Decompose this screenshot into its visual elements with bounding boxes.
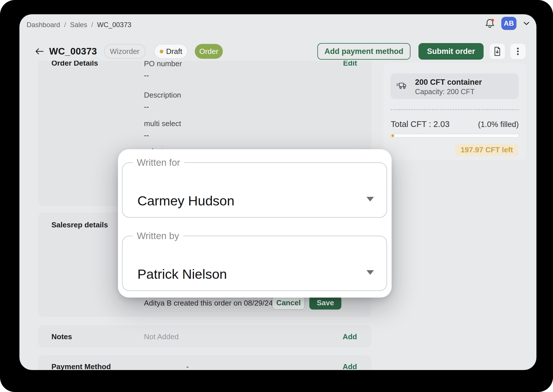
- container-title: 200 CFT container: [415, 78, 482, 87]
- breadcrumb-current: WC_00373: [97, 21, 131, 29]
- more-actions-button[interactable]: [510, 43, 526, 59]
- back-button[interactable]: [35, 47, 44, 56]
- container-card: 200 CFT container Capacity: 200 CFT: [390, 73, 519, 99]
- add-payment-method-button[interactable]: Add payment method: [317, 43, 410, 60]
- payment-method-card: Payment Method - Add: [38, 355, 371, 370]
- cancel-button[interactable]: Cancel: [272, 296, 305, 310]
- dashed-divider: [390, 109, 519, 110]
- written-for-select[interactable]: Written for Carmey Hudson: [122, 157, 387, 218]
- account-menu-button[interactable]: [522, 19, 531, 28]
- caret-down-icon: [366, 270, 374, 275]
- status-badge-draft: Draft: [154, 44, 188, 59]
- written-for-label: Written for: [133, 157, 184, 168]
- filled-percent-label: (1.0% filled): [478, 120, 519, 129]
- field-label-multi-select: multi select: [144, 119, 181, 128]
- field-value-po-number: --: [144, 71, 149, 80]
- submit-order-button[interactable]: Submit order: [418, 43, 484, 60]
- save-button[interactable]: Save: [309, 296, 341, 310]
- field-value-multi-select: --: [144, 131, 149, 140]
- written-by-value: Patrick Nielson: [137, 266, 227, 282]
- written-for-value: Carmey Hudson: [137, 193, 235, 209]
- breadcrumb-sales[interactable]: Sales: [70, 21, 87, 29]
- add-notes-link[interactable]: Add: [342, 332, 357, 341]
- chevron-down-icon: [523, 20, 530, 27]
- tag-order: Order: [195, 44, 223, 59]
- written-by-select[interactable]: Written by Patrick Nielson: [122, 231, 387, 291]
- file-download-icon: [493, 47, 502, 56]
- notes-title: Notes: [51, 332, 72, 341]
- salesrep-details-title: Salesrep details: [51, 221, 108, 229]
- order-toolbar: WC_00373 Wizorder Draft Order Add paymen…: [35, 43, 526, 60]
- payment-method-value: -: [186, 362, 189, 370]
- draft-status-dot: [160, 50, 163, 53]
- breadcrumb-separator: /: [64, 21, 66, 29]
- bell-icon: [485, 18, 495, 29]
- breadcrumb-separator: /: [91, 21, 93, 29]
- container-capacity: Capacity: 200 CFT: [415, 88, 474, 96]
- content-viewport: Order Details Edit PO number -- Descript…: [19, 61, 536, 370]
- notes-value: Not Added: [144, 332, 179, 341]
- tag-wizorder: Wizorder: [104, 44, 146, 59]
- avatar[interactable]: AB: [501, 17, 516, 30]
- notifications-button[interactable]: [484, 17, 496, 30]
- breadcrumb-dashboard[interactable]: Dashboard: [27, 21, 60, 29]
- cft-progress-bar: [390, 134, 519, 138]
- order-details-title: Order Details: [51, 61, 98, 68]
- order-created-text: Aditya B created this order on 08/29/24: [144, 299, 273, 308]
- breadcrumb: Dashboard / Sales / WC_00373: [27, 21, 131, 29]
- cft-total-row: Total CFT : 2.03 (1.0% filled): [391, 120, 519, 129]
- page-title: WC_00373: [49, 46, 97, 57]
- field-label-description: Description: [144, 91, 181, 100]
- notes-card: Notes Not Added Add: [38, 325, 371, 347]
- draft-status-label: Draft: [166, 47, 182, 56]
- total-cft-label: Total CFT : 2.03: [391, 120, 450, 129]
- app-window: Dashboard / Sales / WC_00373 AB WC_0037: [19, 14, 536, 370]
- edit-order-details-link[interactable]: Edit: [343, 61, 357, 68]
- caret-down-icon: [366, 197, 374, 201]
- add-payment-link[interactable]: Add: [342, 362, 357, 370]
- kebab-menu-icon: [514, 47, 521, 56]
- cft-left-badge: 197.97 CFT left: [455, 144, 518, 156]
- field-label-po-number: PO number: [144, 61, 182, 68]
- payment-method-title: Payment Method: [51, 362, 111, 370]
- cft-progress-fill: [391, 134, 394, 137]
- written-by-label: Written by: [133, 231, 183, 241]
- container-capacity-panel: 200 CFT container Capacity: 200 CFT Tota…: [383, 63, 526, 160]
- arrow-left-icon: [35, 48, 44, 55]
- truck-icon: [396, 81, 407, 90]
- topbar-right: AB: [484, 16, 531, 31]
- field-value-description: --: [144, 102, 149, 111]
- salesrep-edit-modal: Written for Carmey Hudson Written by Pat…: [118, 149, 392, 298]
- export-order-button[interactable]: [489, 43, 505, 59]
